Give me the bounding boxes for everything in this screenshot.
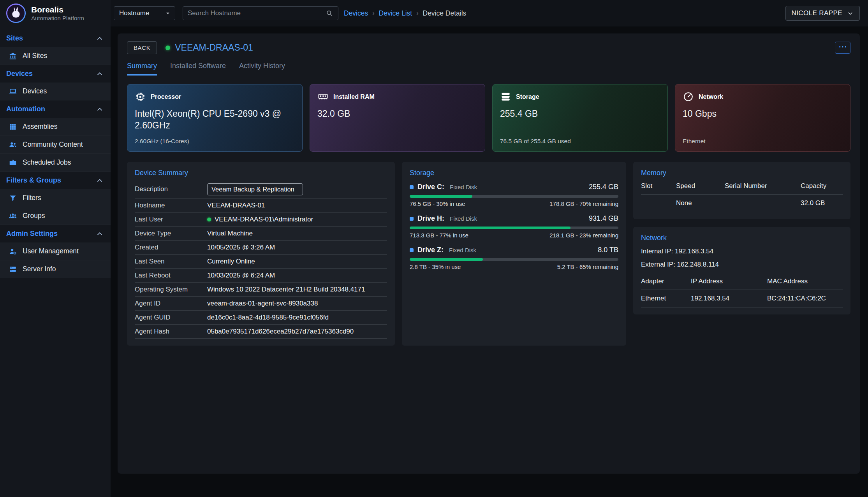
sidebar-item-community-content[interactable]: Community Content	[0, 136, 111, 154]
brand: Borealis Automation Platform	[0, 0, 111, 26]
sidebar-section-devices[interactable]: Devices	[0, 65, 111, 83]
drive-row: Drive C: Fixed Disk 255.4 GB 76.5 GB - 3…	[410, 183, 618, 207]
ram-icon	[317, 91, 329, 102]
row-value: Windows 10 2022 Datacenter 21H2 Build 20…	[207, 286, 365, 293]
breadcrumb-device-list-link[interactable]: Device List	[379, 9, 412, 18]
tab-summary[interactable]: Summary	[127, 62, 157, 76]
table-row: Operating System Windows 10 2022 Datacen…	[135, 283, 387, 297]
laptop-icon	[9, 87, 17, 96]
hostname-filter-select[interactable]: Hostname	[114, 6, 175, 20]
breadcrumb-current: Device Details	[423, 9, 467, 18]
internal-ip: Internal IP: 192.168.3.54	[641, 247, 843, 256]
description-input[interactable]	[207, 183, 303, 195]
sidebar-item-devices[interactable]: Devices	[0, 83, 111, 100]
stat-card-network: Network 10 Gbps Ethernet	[675, 84, 850, 152]
memory-header-row: Slot Speed Serial Number Capacity	[641, 177, 843, 195]
memory-title: Memory	[641, 169, 843, 177]
stat-card-title: Installed RAM	[333, 93, 375, 100]
table-row: Agent GUID de16c0c1-8aa2-4d18-9585-9ce91…	[135, 311, 387, 325]
section-label: Devices	[6, 70, 33, 78]
sidebar-section-sites[interactable]: Sites	[0, 30, 111, 47]
drive-bullet-icon	[410, 248, 414, 252]
panel-header: BACK VEEAM-DRAAS-01 ⋯	[127, 41, 850, 54]
breadcrumb-devices-link[interactable]: Devices	[344, 9, 368, 18]
drive-size: 931.4 GB	[589, 214, 618, 223]
sidebar-item-scheduled-jobs[interactable]: Scheduled Jobs	[0, 154, 111, 172]
table-row: Description	[135, 180, 387, 198]
tab-activity-history[interactable]: Activity History	[239, 62, 285, 76]
stat-card-footer: Ethernet	[683, 138, 843, 145]
user-name-label: NICOLE RAPPE	[792, 9, 842, 17]
user-menu-button[interactable]: NICOLE RAPPE	[785, 6, 860, 21]
network-card: Network Internal IP: 192.168.3.54 Extern…	[633, 227, 850, 314]
grid-icon	[9, 123, 17, 131]
page-title: VEEAM-DRAAS-01	[175, 42, 253, 53]
row-value: VEEAM-DRAAS-01\Administrator	[207, 216, 313, 223]
brand-subtitle: Automation Platform	[31, 15, 84, 21]
stat-card-row: Processor Intel(R) Xeon(R) CPU E5-2690 v…	[127, 84, 850, 152]
device-title-wrap: VEEAM-DRAAS-01	[166, 42, 253, 53]
sidebar-item-assemblies[interactable]: Assemblies	[0, 118, 111, 136]
drive-type: Fixed Disk	[450, 184, 477, 190]
network-table: Adapter IP Address MAC Address Ethernet …	[641, 272, 843, 307]
sidebar-item-groups[interactable]: Groups	[0, 207, 111, 225]
drive-type: Fixed Disk	[450, 215, 477, 222]
borealis-logo-icon	[5, 3, 26, 24]
chevron-up-icon	[96, 105, 104, 113]
drive-usage-bar	[410, 195, 618, 198]
row-value: 05ba0e7935171d626ecea29b27d7ae175363cd90	[207, 328, 354, 335]
back-button[interactable]: BACK	[127, 41, 157, 54]
online-status-dot	[166, 46, 170, 50]
search-icon[interactable]	[326, 9, 333, 17]
row-value: 10/05/2025 @ 3:26 AM	[207, 244, 275, 251]
ip-address-value: 192.168.3.54	[691, 290, 767, 307]
stat-card-value: Intel(R) Xeon(R) CPU E5-2690 v3 @ 2.60GH…	[135, 108, 287, 132]
section-label: Sites	[6, 34, 23, 42]
sidebar-item-all-sites[interactable]: All Sites	[0, 47, 111, 65]
sidebar-item-filters[interactable]: Filters	[0, 189, 111, 207]
storage-card: Storage Drive C: Fixed Disk 255.4 GB 76.…	[402, 162, 626, 346]
drive-used-text: 2.8 TB - 35% in use	[410, 263, 461, 270]
briefcase-icon	[9, 158, 17, 167]
sidebar-item-label: User Management	[23, 247, 79, 255]
row-label: Device Type	[135, 230, 207, 237]
sidebar-item-user-management[interactable]: User Management	[0, 242, 111, 260]
funnel-icon	[9, 194, 17, 202]
drive-size: 8.0 TB	[598, 246, 618, 254]
device-details-panel: BACK VEEAM-DRAAS-01 ⋯ Summary Installed …	[118, 33, 860, 474]
sidebar-item-server-info[interactable]: Server Info	[0, 260, 111, 278]
search-input[interactable]	[188, 9, 322, 17]
table-row: Last User VEEAM-DRAAS-01\Administrator	[135, 212, 387, 227]
drive-remaining-text: 218.1 GB - 23% remaining	[549, 232, 618, 239]
drive-row: Drive H: Fixed Disk 931.4 GB 713.3 GB - …	[410, 214, 618, 239]
table-row: Agent ID veeam-draas-01-agent-svc-8930a3…	[135, 297, 387, 311]
sidebar-section-filters-groups[interactable]: Filters & Groups	[0, 172, 111, 189]
sidebar-item-label: Scheduled Jobs	[23, 158, 71, 167]
drive-usage-fill	[410, 258, 483, 261]
memory-speed-value: None	[676, 195, 725, 212]
memory-col-header: Serial Number	[725, 177, 801, 194]
storage-title: Storage	[410, 169, 618, 177]
stat-card-footer: 76.5 GB of 255.4 GB used	[500, 138, 660, 145]
sidebar-item-label: Groups	[23, 212, 45, 220]
drive-used-text: 76.5 GB - 30% in use	[410, 200, 465, 207]
sidebar-section-admin-settings[interactable]: Admin Settings	[0, 225, 111, 242]
table-row: Device Type Virtual Machine	[135, 227, 387, 241]
brand-name: Borealis	[31, 5, 84, 14]
drive-type: Fixed Disk	[449, 247, 476, 253]
topbar: Borealis Automation Platform Hostname De…	[0, 0, 868, 26]
network-header-row: Adapter IP Address MAC Address	[641, 272, 843, 290]
mac-address-value: BC:24:11:CA:C6:2C	[767, 290, 843, 307]
row-label: Last Reboot	[135, 272, 207, 279]
device-summary-table: Description Hostname VEEAM-DRAAS-01 Last…	[135, 180, 387, 339]
detail-cards-row: Device Summary Description Hostname VEEA…	[127, 162, 850, 346]
tab-installed-software[interactable]: Installed Software	[170, 62, 226, 76]
ellipsis-icon: ⋯	[838, 42, 847, 51]
last-user-value: VEEAM-DRAAS-01\Administrator	[215, 216, 313, 223]
more-options-button[interactable]: ⋯	[835, 42, 850, 54]
sidebar-section-automation[interactable]: Automation	[0, 100, 111, 118]
device-summary-title: Device Summary	[135, 169, 387, 177]
sidebar-item-label: Server Info	[23, 265, 56, 273]
table-row: Agent Hash 05ba0e7935171d626ecea29b27d7a…	[135, 325, 387, 339]
row-label: Hostname	[135, 202, 207, 209]
